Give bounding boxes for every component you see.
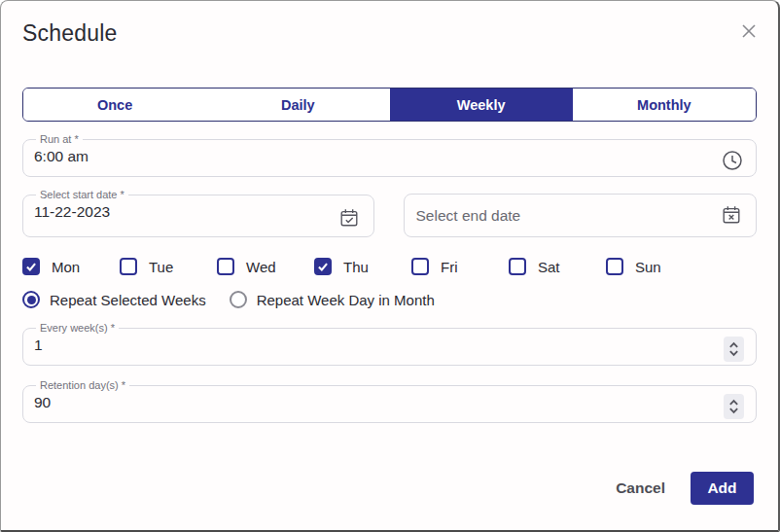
radio-circle[interactable] <box>22 291 40 308</box>
day-label: Tue <box>149 259 173 275</box>
day-checkbox-thu[interactable]: Thu <box>314 258 411 275</box>
schedule-type-tabs: Once Daily Weekly Monthly <box>22 88 757 122</box>
day-checkbox-wed[interactable]: Wed <box>217 258 314 275</box>
run-at-value[interactable]: 6:00 am <box>34 145 744 165</box>
clock-icon[interactable] <box>721 149 744 172</box>
checkbox-sat[interactable] <box>509 258 526 275</box>
start-date-field[interactable]: Select start date * 11-22-2023 <box>22 189 374 237</box>
day-checkbox-fri[interactable]: Fri <box>411 258 509 275</box>
day-checkbox-mon[interactable]: Mon <box>22 258 120 275</box>
start-date-value[interactable]: 11-22-2023 <box>34 200 362 221</box>
tab-monthly[interactable]: Monthly <box>573 89 756 121</box>
weekday-checkbox-row: Mon Tue Wed Thu Fri <box>22 258 757 275</box>
date-row: Select start date * 11-22-2023 Select en… <box>22 189 757 237</box>
day-checkbox-sat[interactable]: Sat <box>509 258 606 275</box>
every-weeks-field[interactable]: Every week(s) * 1 <box>22 322 757 366</box>
checkbox-wed[interactable] <box>217 258 234 275</box>
day-checkbox-tue[interactable]: Tue <box>120 258 217 275</box>
every-weeks-label: Every week(s) * <box>36 322 119 334</box>
schedule-dialog: Schedule Once Daily Weekly Monthly Run a… <box>0 0 780 532</box>
page-title: Schedule <box>22 20 757 47</box>
day-label: Fri <box>441 259 458 275</box>
radio-repeat-weekday-in-month[interactable]: Repeat Week Day in Month <box>230 291 435 308</box>
day-label: Sat <box>538 259 560 275</box>
start-date-label: Select start date * <box>36 189 128 200</box>
repeat-mode-row: Repeat Selected Weeks Repeat Week Day in… <box>22 291 757 308</box>
close-icon[interactable] <box>739 22 759 42</box>
day-label: Thu <box>343 259 369 275</box>
tab-once[interactable]: Once <box>23 89 206 121</box>
checkbox-tue[interactable] <box>120 258 137 275</box>
radio-label: Repeat Selected Weeks <box>50 292 206 308</box>
checkbox-sun[interactable] <box>606 258 623 275</box>
retention-days-value[interactable]: 90 <box>34 391 744 411</box>
cancel-button[interactable]: Cancel <box>616 479 665 497</box>
tab-weekly[interactable]: Weekly <box>390 89 573 121</box>
retention-days-stepper[interactable] <box>724 394 744 419</box>
checkbox-mon[interactable] <box>22 258 40 275</box>
day-label: Mon <box>52 259 80 275</box>
checkbox-fri[interactable] <box>411 258 429 275</box>
radio-repeat-selected-weeks[interactable]: Repeat Selected Weeks <box>22 291 206 308</box>
retention-days-field[interactable]: Retention day(s) * 90 <box>22 379 757 423</box>
dialog-header: Schedule <box>22 20 757 53</box>
calendar-check-icon[interactable] <box>338 207 362 231</box>
radio-label: Repeat Week Day in Month <box>257 292 435 308</box>
day-label: Sun <box>635 259 661 275</box>
day-label: Wed <box>246 259 276 275</box>
dialog-footer: Cancel Add <box>616 472 754 505</box>
radio-circle[interactable] <box>230 291 247 308</box>
every-weeks-stepper[interactable] <box>724 337 744 362</box>
calendar-x-icon[interactable] <box>721 204 744 228</box>
tab-daily[interactable]: Daily <box>206 89 389 121</box>
end-date-field[interactable]: Select end date <box>404 194 758 237</box>
retention-days-label: Retention day(s) * <box>36 379 129 391</box>
checkbox-thu[interactable] <box>314 258 332 275</box>
day-checkbox-sun[interactable]: Sun <box>606 258 703 275</box>
add-button[interactable]: Add <box>691 472 754 505</box>
run-at-field[interactable]: Run at * 6:00 am <box>22 133 757 177</box>
run-at-label: Run at * <box>36 133 83 145</box>
end-date-placeholder[interactable]: Select end date <box>416 207 521 225</box>
every-weeks-value[interactable]: 1 <box>34 334 744 354</box>
